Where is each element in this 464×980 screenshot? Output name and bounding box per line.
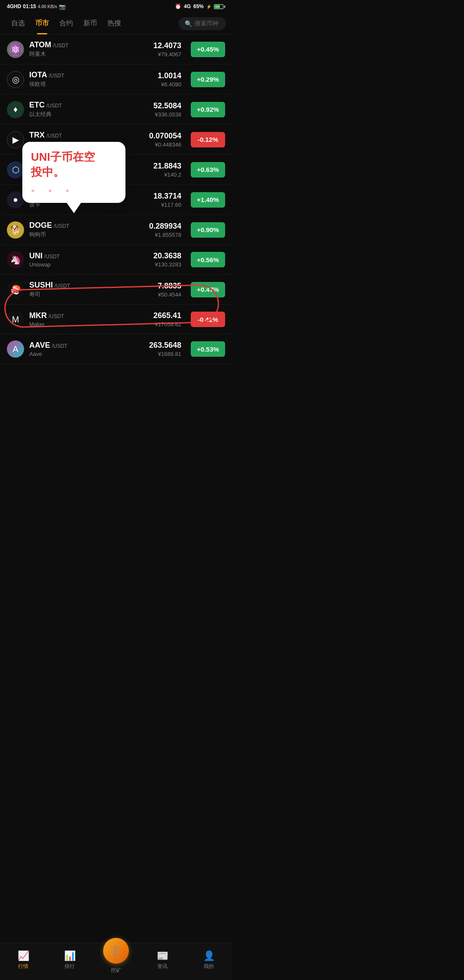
bubble-line1: UNI子币在空 投中。: [31, 150, 117, 180]
coin-ticker: UNI: [29, 251, 43, 260]
coin-price-cny: ¥1686.81: [149, 351, 181, 357]
coin-row-atom[interactable]: ⚛️ ATOM /USDT 阿童木 12.4073 ¥79.4067 +0.45…: [0, 34, 232, 64]
coin-price-main: 52.5084: [153, 101, 181, 110]
coin-change-etc: +0.92%: [191, 102, 225, 117]
coin-info-doge: DOGE /USDT 狗狗币: [29, 221, 144, 239]
coin-icon-atom: ⚛️: [7, 41, 24, 58]
search-icon: 🔍: [185, 20, 192, 27]
coin-info-uni: UNI /USDT Uniswap: [29, 251, 148, 268]
coin-ticker: ETC: [29, 101, 45, 110]
coin-price-main: 20.3638: [153, 251, 181, 260]
sim-icon: 📷: [59, 3, 66, 10]
coin-icon-doge: 🐕: [7, 221, 24, 239]
coin-price-aave: 263.5648 ¥1686.81: [149, 341, 181, 357]
coin-row-uni[interactable]: 🦄 UNI /USDT Uniswap 20.3638 ¥130.3283 +0…: [0, 245, 232, 275]
coin-price-main: 1.0014: [158, 71, 181, 80]
coin-price-cny: ¥130.3283: [153, 261, 181, 268]
coin-ticker: TRX: [29, 131, 45, 140]
tab-xinbi[interactable]: 新币: [78, 16, 102, 31]
coin-cn: Aave: [29, 351, 144, 357]
coin-icon-dot: ●: [7, 191, 24, 208]
alarm-icon: ⏰: [175, 3, 181, 9]
battery-indicator: [214, 4, 225, 9]
status-left: 4GHD 01:15 4.00 KB/s 📷: [7, 3, 66, 10]
coin-ticker: IOTA: [29, 70, 47, 80]
coin-price-uni: 20.3638 ¥130.3283: [153, 251, 181, 268]
coin-row-doge[interactable]: 🐕 DOGE /USDT 狗狗币 0.289934 ¥1.855578 +0.9…: [0, 215, 232, 245]
network-icon: 4G: [184, 3, 191, 9]
coin-price-cny: ¥336.0538: [153, 111, 181, 118]
speech-bubble: UNI子币在空 投中。 。 。 。: [22, 142, 125, 203]
coin-pair: /USDT: [49, 313, 64, 319]
coin-price-dot: 18.3714 ¥117.60: [153, 192, 181, 208]
tab-zixuan[interactable]: 自选: [6, 16, 30, 31]
status-right: ⏰ 4G 65% ⚡: [175, 3, 225, 9]
coin-ticker: DOGE: [29, 221, 52, 230]
coin-price-main: 2665.41: [153, 311, 181, 320]
coin-price-main: 12.4073: [153, 41, 181, 50]
coin-pair: /USDT: [46, 103, 62, 109]
coin-cn: 埃欧塔: [29, 80, 153, 88]
charging-icon: ⚡: [206, 4, 211, 9]
coin-icon-mkr: M: [7, 311, 24, 328]
coin-price-cny: ¥140.2: [153, 172, 181, 178]
time: 01:15: [23, 3, 36, 9]
coin-price-cny: ¥79.4067: [153, 51, 181, 58]
coin-ticker: AAVE: [29, 341, 50, 350]
coin-info-aave: AAVE /USDT Aave: [29, 341, 144, 357]
search-placeholder: 搜索币种: [195, 20, 219, 28]
coin-ticker: SUSHI: [29, 281, 53, 290]
coin-change-iota: +0.29%: [191, 72, 225, 87]
coin-icon-iota: ◎: [7, 71, 24, 88]
coin-price-cny: ¥1.855578: [149, 232, 181, 238]
coin-price-etc: 52.5084 ¥336.0538: [153, 101, 181, 118]
coin-change-sushi: +0.47%: [191, 282, 225, 297]
coin-row-aave[interactable]: A AAVE /USDT Aave 263.5648 ¥1686.81 +0.5…: [0, 334, 232, 364]
coin-row-sushi[interactable]: 🍣 SUSHI /USDT 寿司 7.8835 ¥50.4544 +0.47%: [0, 275, 232, 305]
tab-resou[interactable]: 热搜: [102, 16, 126, 31]
coin-price-trx: 0.070054 ¥0.448346: [149, 132, 181, 148]
coin-cn: 狗狗币: [29, 231, 144, 239]
coin-price-cny: ¥117.60: [153, 202, 181, 208]
coin-icon-sushi: 🍣: [7, 281, 24, 298]
coin-info-etc: ETC /USDT 以太经典: [29, 101, 148, 118]
coin-price-main: 0.289934: [149, 222, 181, 231]
coin-cn: Uniswap: [29, 261, 148, 268]
coin-price-cny: ¥17058.62: [153, 321, 181, 328]
coin-row-etc[interactable]: ♦ ETC /USDT 以太经典 52.5084 ¥336.0538 +0.92…: [0, 95, 232, 125]
coin-change-atom: +0.45%: [191, 42, 225, 57]
coin-pair: /USDT: [54, 223, 69, 229]
tab-biishi[interactable]: 币市: [30, 16, 54, 31]
coin-pair: /USDT: [49, 73, 64, 79]
coin-price-doge: 0.289934 ¥1.855578: [149, 222, 181, 238]
coin-info-iota: IOTA /USDT 埃欧塔: [29, 70, 153, 88]
tab-heyue[interactable]: 合约: [54, 16, 78, 31]
battery-percent: 65%: [193, 3, 204, 9]
bubble-dots: 。 。 。: [31, 181, 117, 194]
coin-pair: /USDT: [52, 343, 67, 349]
coin-cn: 寿司: [29, 291, 153, 298]
coin-price-atom: 12.4073 ¥79.4067: [153, 41, 181, 58]
coin-info-mkr: MKR /USDT Maker: [29, 311, 148, 328]
network-type: 4GHD: [7, 3, 21, 9]
coin-pair: /USDT: [53, 43, 68, 49]
coin-price-main: 18.3714: [153, 192, 181, 201]
coin-price-sushi: 7.8835 ¥50.4544: [158, 282, 181, 298]
coin-change-aave: +0.53%: [191, 341, 225, 357]
coin-price-cny: ¥6.4090: [158, 81, 181, 88]
coin-icon-trx: ▶: [7, 131, 24, 148]
coin-row-iota[interactable]: ◎ IOTA /USDT 埃欧塔 1.0014 ¥6.4090 +0.29%: [0, 64, 232, 95]
coin-change-dot: +1.40%: [191, 192, 225, 208]
status-bar: 4GHD 01:15 4.00 KB/s 📷 ⏰ 4G 65% ⚡: [0, 0, 232, 13]
coin-icon-aave: A: [7, 340, 24, 358]
coin-price-cny: ¥50.4544: [158, 291, 181, 298]
coin-change-link: +0.63%: [191, 162, 225, 178]
coin-row-mkr[interactable]: M MKR /USDT Maker 2665.41 ¥17058.62 -0.4…: [0, 305, 232, 334]
coin-price-mkr: 2665.41 ¥17058.62: [153, 311, 181, 328]
search-box[interactable]: 🔍 搜索币种: [179, 17, 226, 30]
coin-cn: Maker: [29, 321, 148, 328]
coin-ticker: MKR: [29, 311, 47, 320]
coin-price-iota: 1.0014 ¥6.4090: [158, 71, 181, 88]
coin-price-main: 21.8843: [153, 162, 181, 171]
coin-pair: /USDT: [44, 254, 60, 260]
